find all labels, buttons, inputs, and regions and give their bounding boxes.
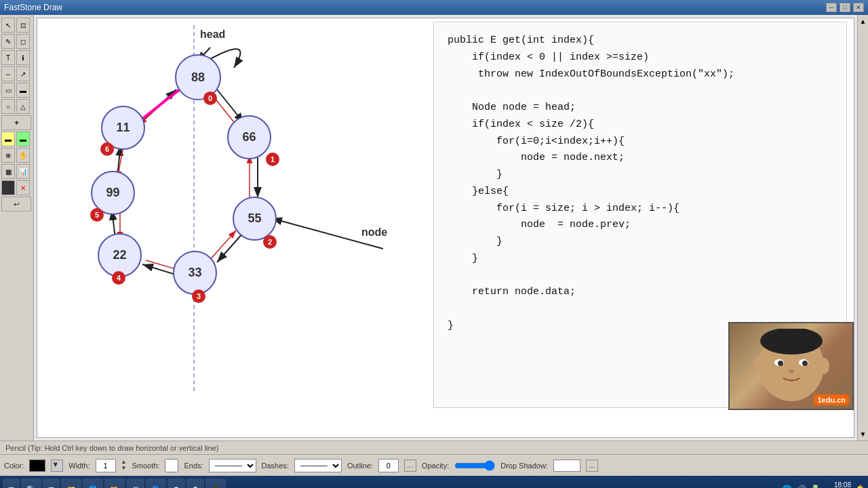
stamp-tool[interactable]: ✦ [1, 115, 31, 130]
color-label: Color: [4, 462, 24, 470]
recycle-button[interactable]: ♻ [186, 479, 204, 488]
badge-5: 5 [90, 208, 104, 222]
outline-label: Outline: [347, 462, 373, 470]
files-button[interactable]: 📂 [104, 479, 125, 488]
chart-tool[interactable]: 📊 [16, 164, 30, 179]
node-55-value: 55 [248, 211, 261, 226]
rect-tool[interactable]: ▭ [1, 83, 15, 98]
ends-select[interactable]: ────── ──────▶ ◀────── [209, 459, 256, 472]
svg-line-17 [139, 88, 180, 125]
scroll-up[interactable]: ▲ [860, 18, 867, 25]
canvas-area[interactable]: 88 0 11 6 66 1 99 5 55 2 22 [37, 18, 854, 438]
bottom-toolbar: Color: ▼ Width: ▲ ▼ Smooth: Ends: ──────… [0, 454, 868, 476]
info-tool[interactable]: ℹ [16, 50, 30, 65]
taskview-button[interactable]: ⊟ [43, 479, 60, 488]
chrome-icon: 🌐 [88, 485, 98, 489]
text-tool[interactable]: T [1, 50, 15, 65]
node-22-value: 22 [113, 248, 126, 262]
polygon-tool[interactable]: △ [16, 99, 30, 114]
phone-icon: 📱 [211, 485, 220, 489]
webcam-overlay: 1edu.cn [728, 322, 854, 410]
svg-point-27 [789, 369, 794, 373]
system-tray: 🌐 🔊 🔋 18:08 2024/1/1 🔔 [782, 481, 865, 488]
black-box[interactable] [1, 180, 15, 195]
code-line-10: for(i = size; i > index; i--){ [448, 201, 833, 218]
maximize-button[interactable]: □ [840, 3, 850, 12]
diagram-area: 88 0 11 6 66 1 99 5 55 2 22 [44, 22, 437, 422]
width-spinners[interactable]: ▲ ▼ [121, 460, 127, 471]
close-button[interactable]: ✕ [853, 3, 864, 12]
rounded-rect-tool[interactable]: ▬ [16, 83, 30, 98]
outline-btn[interactable]: … [404, 460, 416, 472]
code-line-7: node = node.next; [448, 150, 833, 167]
color-dropdown[interactable]: ▼ [51, 460, 63, 472]
code-line-14: return node.data; [448, 284, 833, 301]
eraser-tool[interactable]: ◻ [16, 34, 30, 49]
windows-icon: ⊞ [8, 485, 14, 489]
outline-input[interactable] [378, 459, 399, 472]
delete-tool[interactable]: ✕ [16, 180, 30, 195]
code-line-6: for(i=0;i<index;i++){ [448, 134, 833, 150]
code-line-11: node = node.prev; [448, 217, 833, 234]
line-tool[interactable]: ↔ [1, 66, 15, 81]
app7-icon: 🔵 [151, 485, 161, 489]
minimize-button[interactable]: ─ [826, 3, 837, 12]
search-button[interactable]: 🔍 [21, 479, 41, 488]
ellipse-tool[interactable]: ○ [1, 99, 15, 114]
battery-icon: 🔋 [810, 485, 821, 488]
app-body: ↖ ⊡ ✎ ◻ T ℹ ↔ ↗ ▭ ▬ ○ △ ✦ ▬ ▬ ⊕ ✋ [0, 15, 868, 441]
status-text: Pencil (Tip: Hold Ctrl key down to draw … [5, 444, 218, 452]
svg-point-29 [818, 358, 829, 374]
dashes-select[interactable]: ────── - - - - - · · · · · [294, 459, 342, 472]
recycle-icon: ♻ [192, 485, 199, 489]
phone-button[interactable]: 📱 [205, 479, 226, 488]
undo-tool[interactable]: ↩ [1, 197, 31, 211]
badge-4: 4 [112, 271, 125, 285]
code-line-4: Node node = head; [448, 100, 833, 117]
select-tool[interactable]: ↖ [1, 18, 15, 33]
arrow-tool[interactable]: ↗ [16, 66, 30, 81]
width-up[interactable]: ▲ [121, 460, 127, 465]
webcam-face: 1edu.cn [730, 323, 852, 409]
scroll-down[interactable]: ▼ [860, 430, 867, 438]
opacity-label: Opacity: [422, 462, 449, 470]
highlight-tool[interactable]: ▬ [1, 131, 15, 146]
folder-icon: 📁 [66, 485, 76, 489]
color-picker[interactable] [29, 460, 45, 472]
clock-time: 18:08 [825, 481, 851, 488]
settings-button[interactable]: ⚙ [167, 479, 185, 488]
settings-icon: ⚙ [173, 485, 180, 489]
crop-tool[interactable]: ⊡ [16, 18, 30, 33]
code-line-9: }else{ [448, 184, 833, 201]
svg-point-26 [802, 361, 808, 366]
width-input[interactable] [96, 459, 116, 472]
start-button[interactable]: ⊞ [3, 479, 20, 488]
smooth-check[interactable] [165, 459, 178, 472]
ends-label: Ends: [184, 462, 203, 470]
explorer-button[interactable]: 📁 [61, 479, 81, 488]
color-fill-tool[interactable]: ▬ [16, 131, 30, 146]
taskview-icon: ⊟ [48, 485, 54, 489]
pencil-tool[interactable]: ✎ [1, 34, 15, 49]
chrome-button[interactable]: 🌐 [83, 479, 103, 488]
left-toolbar: ↖ ⊡ ✎ ◻ T ℹ ↔ ↗ ▭ ▬ ○ △ ✦ ▬ ▬ ⊕ ✋ [0, 15, 34, 441]
grid-tool[interactable]: ▦ [1, 164, 15, 179]
width-label: Width: [68, 462, 90, 470]
badge-3: 3 [192, 289, 205, 303]
app7-button[interactable]: 🔵 [146, 479, 166, 488]
pan-tool[interactable]: ✋ [16, 148, 30, 163]
svg-line-6 [217, 232, 244, 262]
code-line-13: } [448, 251, 833, 268]
terminal-icon: 🖥 [132, 485, 139, 488]
width-down[interactable]: ▼ [121, 466, 127, 471]
dropshadow-btn[interactable]: … [586, 460, 598, 472]
dropshadow-preview [553, 460, 580, 472]
terminal-button[interactable]: 🖥 [126, 479, 144, 488]
right-scrollbar[interactable]: ▲ ▼ [857, 15, 868, 441]
clock[interactable]: 18:08 2024/1/1 [825, 481, 851, 488]
zoom-tool[interactable]: ⊕ [1, 148, 15, 163]
status-bar: Pencil (Tip: Hold Ctrl key down to draw … [0, 441, 868, 454]
svg-line-10 [141, 89, 176, 122]
opacity-slider[interactable] [454, 461, 495, 470]
code-line-5: if(index < size /2){ [448, 117, 833, 134]
